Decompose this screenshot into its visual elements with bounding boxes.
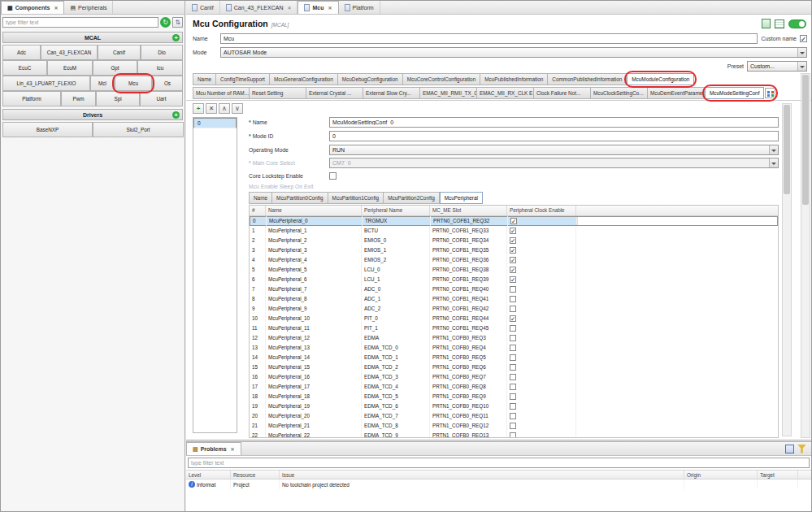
peripheral-clock-enable-checkbox[interactable]: ✓	[510, 315, 516, 322]
table-row[interactable]: 7McuPeripheral_7ADC_0PRTN0_COFB1_REQ40	[250, 284, 778, 294]
column-header-resource[interactable]: Resource	[231, 471, 280, 479]
peripheral-clock-enable-checkbox[interactable]	[510, 335, 516, 341]
component-lin_43_lpuart_flexio[interactable]: Lin_43_LPUART_FLEXIO	[2, 76, 90, 91]
table-row[interactable]: 21McuPeripheral_21EDMA_TCD_8PRTN1_COFB0_…	[250, 421, 778, 431]
table-row[interactable]: 1McuPeripheral_1BCTUPRTN0_COFB1_REQ33✓	[250, 226, 778, 236]
add-icon[interactable]: +	[193, 103, 204, 114]
content-scrollbar[interactable]	[782, 103, 792, 436]
component-ecuc[interactable]: EcuC	[2, 60, 47, 76]
column-header-issue[interactable]: Issue	[280, 471, 684, 479]
column-header-mc-me-slot[interactable]: MC_ME Slot	[430, 206, 507, 215]
peripheral-clock-enable-checkbox[interactable]	[510, 423, 516, 429]
tab-McuPeripheral[interactable]: McuPeripheral	[440, 192, 483, 204]
operating-mode-select[interactable]: RUN	[329, 145, 779, 155]
component-pwm[interactable]: Pwm	[61, 91, 96, 106]
table-row[interactable]: 13McuPeripheral_13EDMA_TCD_0PRTN1_COFB0_…	[250, 343, 778, 353]
table-row[interactable]: 17McuPeripheral_17EDMA_TCD_4PRTN1_COFB0_…	[250, 382, 778, 392]
column-header-peripheral-clock-enable[interactable]: Peripheral Clock Enable	[507, 206, 576, 215]
peripheral-clock-enable-checkbox[interactable]	[510, 364, 516, 371]
peripheral-clock-enable-checkbox[interactable]: ✓	[510, 228, 516, 234]
component-dio[interactable]: Dio	[141, 45, 183, 60]
component-basenxp[interactable]: BaseNXP	[2, 122, 93, 137]
subtab-External Slow Cry...[interactable]: External Slow Cry...	[363, 87, 420, 99]
peripheral-clock-enable-checkbox[interactable]: ✓	[510, 276, 516, 283]
close-icon[interactable]: ✕	[54, 5, 58, 11]
filter-icon[interactable]	[797, 445, 806, 453]
subtab-McuClockSettingCo...[interactable]: McuClockSettingCo...	[591, 87, 648, 99]
list-item[interactable]: 0	[193, 118, 237, 128]
column-header-target[interactable]: Target	[758, 471, 798, 479]
tab-problems[interactable]: ▤ Problems ✕	[186, 442, 241, 455]
tab-McuCoreControlConfiguration[interactable]: McuCoreControlConfiguration	[403, 73, 481, 85]
component-icu[interactable]: Icu	[137, 60, 183, 76]
tab-components[interactable]: ▦Components✕	[1, 1, 64, 14]
tab-McuPublishedInformation[interactable]: McuPublishedInformation	[480, 73, 548, 85]
subtab-Clock Failure Not...[interactable]: Clock Failure Not...	[534, 87, 591, 99]
table-row[interactable]: 19McuPeripheral_19EDMA_TCD_6PRTN1_COFB0_…	[250, 401, 778, 411]
refresh-icon[interactable]: ↻	[160, 17, 171, 28]
column-header--[interactable]: #	[250, 206, 266, 215]
subtab-Reset Setting[interactable]: Reset Setting	[250, 87, 306, 99]
editor-scrollbar[interactable]	[801, 73, 810, 438]
peripheral-clock-enable-checkbox[interactable]	[510, 374, 516, 380]
close-icon[interactable]: ✕	[328, 5, 332, 11]
column-header-peripheral-name[interactable]: Peripheral Name	[362, 206, 430, 215]
peripheral-clock-enable-checkbox[interactable]	[510, 393, 516, 400]
problem-row[interactable]: iInformatProjectNo toolchain project det…	[186, 479, 811, 489]
column-header-name[interactable]: Name	[266, 206, 362, 215]
peripheral-clock-enable-checkbox[interactable]	[510, 384, 516, 390]
registers-view-icon[interactable]	[775, 20, 784, 28]
table-row[interactable]: 15McuPeripheral_15EDMA_TCD_2PRTN1_COFB0_…	[250, 362, 778, 372]
component-canif[interactable]: CanIf	[98, 45, 141, 60]
table-row[interactable]: 6McuPeripheral_6LCU_1PRTN0_COFB1_REQ39✓	[250, 275, 778, 284]
peripheral-clock-enable-checkbox[interactable]: ✓	[510, 218, 517, 224]
component-can_43_flexcan[interactable]: Can_43_FLEXCAN	[41, 45, 98, 60]
problems-filter-input[interactable]	[188, 458, 810, 468]
tab-McuPartition1Config[interactable]: McuPartition1Config	[328, 192, 384, 204]
peripheral-clock-enable-checkbox[interactable]	[510, 345, 516, 351]
move-up-icon[interactable]: ∧	[219, 103, 230, 114]
sort-icon[interactable]: ⇅	[172, 17, 183, 28]
module-name-input[interactable]	[220, 33, 758, 44]
editor-tab-can_43_flexcan[interactable]: Can_43_FLEXCAN✕	[220, 1, 298, 14]
mode-id-input[interactable]	[329, 131, 779, 141]
view-menu-icon[interactable]	[785, 445, 794, 453]
table-row[interactable]: 10McuPeripheral_10PIT_0PRTN0_COFB1_REQ44…	[250, 314, 778, 323]
peripheral-clock-enable-checkbox[interactable]: ✓	[510, 237, 516, 244]
table-row[interactable]: 4McuPeripheral_4EMIOS_2PRTN0_COFB1_REQ36…	[250, 255, 778, 265]
add-mcal-icon[interactable]: +	[172, 34, 180, 41]
close-icon[interactable]: ✕	[231, 446, 235, 452]
component-os[interactable]: Os	[152, 76, 183, 91]
peripheral-clock-enable-checkbox[interactable]	[510, 354, 516, 361]
table-row[interactable]: 18McuPeripheral_18EDMA_TCD_5PRTN1_COFB0_…	[250, 392, 778, 401]
table-row[interactable]: 11McuPeripheral_11PIT_1PRTN0_COFB1_REQ45	[250, 323, 778, 333]
tab-Name[interactable]: Name	[249, 192, 272, 204]
subtab-McuModeSettingConf[interactable]: McuModeSettingConf	[705, 87, 764, 99]
tab-McuModuleConfiguration[interactable]: McuModuleConfiguration	[627, 73, 694, 85]
close-icon[interactable]: ✕	[287, 5, 291, 11]
subtab-EMAC_MII_RX_CLK E...[interactable]: EMAC_MII_RX_CLK E...	[477, 87, 534, 99]
table-row[interactable]: 3McuPeripheral_3EMIOS_1PRTN0_COFB1_REQ35…	[250, 245, 778, 255]
tab-McuPartition2Config[interactable]: McuPartition2Config	[384, 192, 440, 204]
tab-McuPartition0Config[interactable]: McuPartition0Config	[272, 192, 328, 204]
preset-select[interactable]: Custom...	[747, 61, 807, 72]
move-down-icon[interactable]: ∨	[232, 103, 243, 114]
list-add-icon[interactable]	[765, 88, 775, 98]
name-input[interactable]	[329, 117, 779, 128]
scrollbar-thumb[interactable]	[802, 75, 809, 205]
tab-Name[interactable]: Name	[193, 73, 216, 85]
peripheral-clock-enable-checkbox[interactable]: ✓	[510, 267, 516, 273]
custom-name-checkbox[interactable]: ✓	[800, 35, 807, 42]
table-row[interactable]: 0McuPeripheral_0TRGMUXPRTN0_COFB1_REQ32✓	[250, 216, 778, 226]
subtab-Mcu Number of RAM...[interactable]: Mcu Number of RAM...	[193, 87, 250, 99]
components-filter-input[interactable]	[2, 17, 158, 28]
mode-select[interactable]: AUTOSAR Mode	[220, 47, 807, 58]
column-header-level[interactable]: Level	[186, 471, 231, 479]
tab-CommonPublishedInformation[interactable]: CommonPublishedInformation	[548, 73, 627, 85]
core-lockstep-enable-checkbox[interactable]	[329, 172, 337, 180]
mcal-section-header[interactable]: MCAL +	[2, 32, 183, 43]
table-row[interactable]: 8McuPeripheral_8ADC_1PRTN0_COFB1_REQ41	[250, 294, 778, 304]
peripheral-clock-enable-checkbox[interactable]	[510, 325, 516, 332]
tab-McuDebugConfiguration[interactable]: McuDebugConfiguration	[338, 73, 403, 85]
column-header-origin[interactable]: Origin	[684, 471, 758, 479]
